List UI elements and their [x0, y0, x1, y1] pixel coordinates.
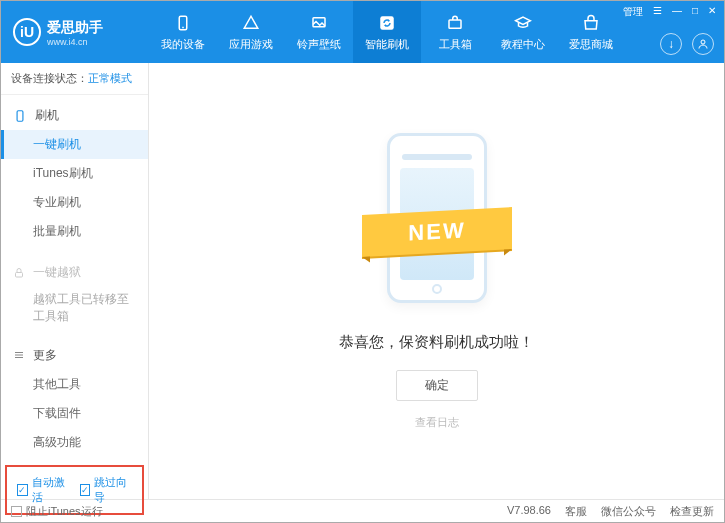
sidebar: 设备连接状态：正常模式 刷机 一键刷机 iTunes刷机 专业刷机 批量刷机 一…	[1, 63, 149, 499]
sidebar-item-batch[interactable]: 批量刷机	[1, 217, 148, 246]
nav-apps[interactable]: 应用游戏	[217, 1, 285, 63]
success-message: 恭喜您，保资料刷机成功啦！	[339, 333, 534, 352]
app-logo-icon: iU	[13, 18, 41, 46]
service-link[interactable]: 客服	[565, 504, 587, 519]
graduation-icon	[513, 13, 533, 33]
sidebar-item-pro[interactable]: 专业刷机	[1, 188, 148, 217]
new-ribbon: NEW	[362, 207, 512, 257]
lock-icon	[13, 267, 25, 279]
view-log-link[interactable]: 查看日志	[415, 415, 459, 430]
device-icon	[173, 13, 193, 33]
toolbox-icon	[445, 13, 465, 33]
sidebar-item-itunes[interactable]: iTunes刷机	[1, 159, 148, 188]
logo-area: iU 爱思助手 www.i4.cn	[1, 18, 149, 47]
svg-rect-4	[449, 20, 461, 28]
sidebar-item-oneclick[interactable]: 一键刷机	[1, 130, 148, 159]
checkbox-skip-guide[interactable]: ✓ 跳过向导	[80, 475, 133, 505]
wechat-link[interactable]: 微信公众号	[601, 504, 656, 519]
store-icon	[581, 13, 601, 33]
check-update-link[interactable]: 检查更新	[670, 504, 714, 519]
sidebar-flash-head[interactable]: 刷机	[1, 101, 148, 130]
checkbox-icon	[11, 506, 22, 517]
sidebar-jailbreak-head: 一键越狱	[1, 258, 148, 287]
svg-rect-3	[380, 16, 394, 30]
nav-smart-flash[interactable]: 智能刷机	[353, 1, 421, 63]
window-controls: 管理 ☰ — □ ✕	[621, 5, 718, 19]
phone-illustration: NEW	[372, 133, 502, 313]
top-nav: 我的设备 应用游戏 铃声壁纸 智能刷机 工具箱 教程中心 爱思商城	[149, 1, 625, 63]
close-button[interactable]: ✕	[706, 5, 718, 19]
app-name: 爱思助手	[47, 19, 103, 35]
apps-icon	[241, 13, 261, 33]
block-itunes-checkbox[interactable]: 阻止iTunes运行	[11, 504, 103, 519]
confirm-button[interactable]: 确定	[396, 370, 478, 401]
manage-button[interactable]: 管理	[621, 5, 645, 19]
wallpaper-icon	[309, 13, 329, 33]
connection-status: 设备连接状态：正常模式	[1, 63, 148, 95]
header-right: ↓	[660, 33, 714, 55]
jailbreak-note: 越狱工具已转移至工具箱	[1, 287, 148, 329]
minimize-button[interactable]: —	[670, 5, 684, 19]
sidebar-more-head[interactable]: 更多	[1, 341, 148, 370]
refresh-icon	[377, 13, 397, 33]
checkbox-auto-activate[interactable]: ✓ 自动激活	[17, 475, 70, 505]
app-url: www.i4.cn	[47, 37, 103, 47]
checkbox-icon: ✓	[17, 484, 28, 496]
nav-store[interactable]: 爱思商城	[557, 1, 625, 63]
user-icon[interactable]	[692, 33, 714, 55]
list-icon	[13, 349, 25, 361]
nav-tutorials[interactable]: 教程中心	[489, 1, 557, 63]
sidebar-item-advanced[interactable]: 高级功能	[1, 428, 148, 457]
checkbox-icon: ✓	[80, 484, 91, 496]
svg-rect-6	[17, 110, 23, 121]
nav-my-device[interactable]: 我的设备	[149, 1, 217, 63]
nav-ringtones[interactable]: 铃声壁纸	[285, 1, 353, 63]
app-header: iU 爱思助手 www.i4.cn 我的设备 应用游戏 铃声壁纸 智能刷机 工具…	[1, 1, 724, 63]
svg-point-5	[701, 40, 705, 44]
phone-icon	[13, 109, 27, 123]
maximize-button[interactable]: □	[690, 5, 700, 19]
version-label: V7.98.66	[507, 504, 551, 519]
menu-button[interactable]: ☰	[651, 5, 664, 19]
nav-toolbox[interactable]: 工具箱	[421, 1, 489, 63]
sidebar-item-download[interactable]: 下载固件	[1, 399, 148, 428]
sidebar-item-other[interactable]: 其他工具	[1, 370, 148, 399]
main-content: NEW 恭喜您，保资料刷机成功啦！ 确定 查看日志	[149, 63, 724, 499]
svg-rect-7	[16, 272, 23, 277]
download-icon[interactable]: ↓	[660, 33, 682, 55]
